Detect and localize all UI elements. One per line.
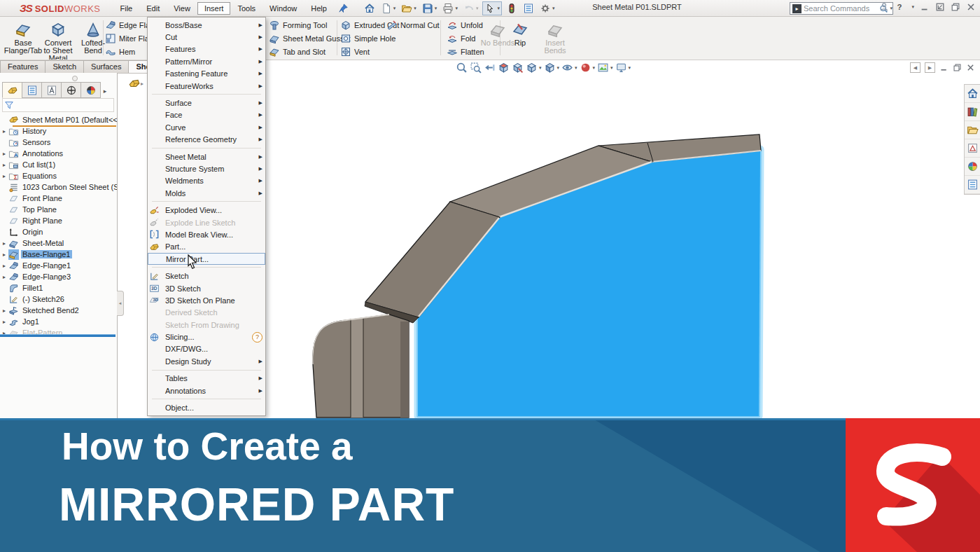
display-style-button[interactable]: ▾ [543,61,561,74]
expand-arrow-icon[interactable]: ▸ [0,274,8,280]
command-tab-surfaces[interactable]: Surfaces [83,60,129,73]
ribbon-button-unfold[interactable]: Unfold [447,19,484,32]
insert-menu-item-model-break-view[interactable]: Model Break View... [148,228,265,240]
dropdown-caret-icon[interactable]: ▾ [455,6,458,11]
task-pane-custom-properties[interactable] [965,176,980,194]
open-button[interactable]: ▾ [400,2,418,15]
undo-button[interactable]: ▾ [462,2,480,15]
menubar-item-insert[interactable]: Insert [197,2,231,15]
forward-icon[interactable]: ▶ [925,62,935,73]
tree-item-front-plane[interactable]: Front Plane [0,193,117,204]
restore-icon[interactable] [951,2,960,12]
ribbon-button-insert-bends[interactable]: Insert Bends [538,19,573,55]
dropdown-caret-icon[interactable]: ▾ [393,6,396,11]
save-button[interactable]: ▾ [421,2,439,15]
dropdown-caret-icon[interactable]: ▾ [539,65,542,71]
insert-menu-item-weldments[interactable]: Weldments▶ [148,175,265,187]
user-icon[interactable] [879,2,889,12]
tree-item-annotations[interactable]: ▸AAnnotations [0,148,117,159]
insert-menu-item-structure-system[interactable]: Structure System▶ [148,163,265,174]
insert-menu-item-boss-base[interactable]: Boss/Base▶ [148,19,265,31]
insert-menu-item-pattern-mirror[interactable]: Pattern/Mirror▶ [148,55,265,67]
tree-item-edge-flange1[interactable]: ▸Edge-Flange1 [0,260,117,271]
ribbon-button-base-flange-tab[interactable]: Base Flange/Tab [6,19,41,62]
print-button[interactable]: ▾ [441,2,459,15]
tree-item-equations[interactable]: ▸ΣEquations [0,170,117,181]
expand-arrow-icon[interactable]: ▸ [0,251,8,258]
dropdown-caret-icon[interactable]: ▾ [557,65,560,71]
dropdown-caret-icon[interactable]: ▾ [497,6,500,11]
insert-menu-item-face[interactable]: Face▶ [148,109,265,121]
insert-menu-item-tables[interactable]: Tables▶ [148,373,265,385]
resize-icon[interactable] [935,2,945,12]
menubar-item-view[interactable]: View [167,2,197,15]
ribbon-button-flatten[interactable]: Flatten [447,46,484,58]
tree-filter-input[interactable] [2,98,114,112]
expand-arrow-icon[interactable]: ▸ [0,128,8,134]
select-button[interactable]: ▾ [482,1,502,15]
pin-icon[interactable] [338,3,349,13]
insert-menu-item-sheet-metal[interactable]: Sheet Metal▶ [148,151,265,163]
insert-menu-item-dxf-dwg[interactable]: DXF/DWG... [148,343,265,355]
insert-menu-item-3d-sketch-on-plane[interactable]: 3D3D Sketch On Plane [148,294,265,306]
ribbon-button-sheet-metal-gusset[interactable]: Sheet Metal Gusset [269,32,351,45]
insert-menu-item-sketch[interactable]: Sketch [148,270,265,282]
insert-menu-item-object[interactable]: Object... [148,401,265,413]
view-settings-button[interactable]: ▾ [615,61,632,74]
panel-tab-propertymanager[interactable] [41,82,62,98]
task-pane-file-explorer[interactable] [965,121,980,139]
tree-item-cut-list-1[interactable]: ▸Cut list(1) [0,159,117,170]
insert-menu-item-design-study[interactable]: Design Study▶ [148,355,265,367]
insert-menu-item-annotations[interactable]: Annotations▶ [148,385,265,396]
panel-tab-featuremanager[interactable] [22,82,42,98]
insert-menu-item-features[interactable]: Features▶ [148,43,265,55]
tree-item-sketch26[interactable]: (-) Sketch26 [0,294,117,305]
panel-tab-configurations[interactable] [61,82,81,98]
tree-item-fillet1[interactable]: Fillet1 [0,282,117,294]
rebuild-button[interactable] [505,2,519,15]
expand-arrow-icon[interactable]: ▸ [0,162,8,168]
tree-item-history[interactable]: ▸History [0,125,117,137]
new-doc-button[interactable]: ▾ [379,2,398,15]
insert-menu-item-sketch-from-drawing[interactable]: Sketch From Drawing [148,319,265,331]
view-orientation-button[interactable]: ▾ [525,61,542,74]
tree-item-base-flange1[interactable]: ▸Base-Flange1 [0,249,117,260]
section-view-button[interactable] [497,61,510,74]
insert-menu-item-featureworks[interactable]: FeatureWorks▶ [148,80,265,92]
insert-menu-item-slicing[interactable]: Slicing...? [148,331,265,343]
ribbon-button-rip[interactable]: Rip [503,19,538,55]
panel-tab-displaymanager[interactable] [80,82,101,98]
task-pane-appearances[interactable] [965,158,980,176]
insert-menu-item-reference-geometry[interactable]: Reference Geometry▶ [148,134,265,146]
dropdown-caret-icon[interactable]: ▾ [629,65,631,71]
insert-menu-item-cut[interactable]: Cut▶ [148,31,265,43]
ribbon-button-convert-to-sheet-metal[interactable]: Convert to Sheet Metal [41,19,76,62]
help-icon[interactable]: ? [895,2,904,12]
insert-menu-item-derived-sketch[interactable]: Derived Sketch [148,307,265,319]
command-tab-features[interactable]: Features [0,60,46,73]
insert-menu-item-surface[interactable]: Surface▶ [148,97,265,109]
tree-root-item[interactable]: Sheet Metal P01 (Default<<Default>_ [0,113,117,125]
apply-scene-button[interactable]: ▾ [596,61,614,74]
insert-menu-item-molds[interactable]: Molds▶ [148,187,265,199]
dropdown-caret-icon[interactable]: ▾ [575,65,578,71]
edit-appearance-button[interactable]: ▾ [579,61,596,74]
zoom-area-button[interactable] [469,61,482,74]
3d-drawing-view-button[interactable] [511,61,524,74]
tree-item-sensors[interactable]: Sensors [0,137,117,148]
close-icon[interactable] [966,2,976,12]
tree-item-jog1[interactable]: ▸Jog1 [0,316,117,327]
insert-menu-item-fastening-feature[interactable]: Fastening Feature▶ [148,68,265,80]
menubar-item-edit[interactable]: Edit [139,2,167,15]
task-pane-home[interactable] [965,85,980,103]
expand-arrow-icon[interactable]: ▸ [0,173,8,179]
task-pane-design-library[interactable] [965,103,980,121]
expand-arrow-icon[interactable]: ▸ [0,151,8,157]
menubar-item-window[interactable]: Window [262,2,304,15]
panel-tab-overflow[interactable]: ▸ [100,83,110,98]
expand-arrow-icon[interactable]: ▸ [0,240,8,247]
insert-menu-item-3d-sketch[interactable]: 3D3D Sketch [148,282,265,294]
menubar-item-help[interactable]: Help [304,2,334,15]
menubar-item-tools[interactable]: Tools [230,2,262,15]
panel-splitter-grip[interactable]: ◂ [117,291,124,316]
